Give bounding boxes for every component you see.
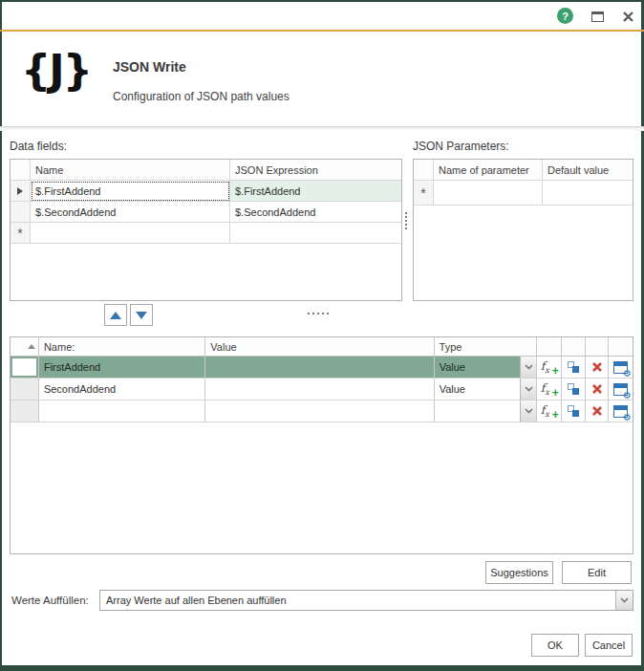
arrow-up-icon (110, 312, 121, 319)
parameter-default-cell[interactable] (543, 181, 633, 206)
json-write-dialog: ? {J} JSON Write Configuration of JSON p… (0, 0, 644, 671)
value-value-cell[interactable] (205, 379, 434, 400)
column-header-default[interactable]: Default value (543, 160, 633, 181)
window-settings-button[interactable]: ⚙ (609, 357, 633, 378)
formula-add-button[interactable]: fx+ (537, 357, 562, 378)
row-handle[interactable] (11, 400, 39, 422)
delete-button[interactable] (586, 400, 609, 422)
suggestions-button[interactable]: Suggestions (485, 561, 553, 584)
delete-icon (591, 361, 603, 373)
page-subtitle: Configuration of JSON path values (113, 90, 290, 103)
current-row-marker (11, 181, 31, 202)
row-arrow-icon (17, 187, 23, 195)
value-type-cell[interactable]: Value (435, 357, 521, 378)
formula-add-icon: fx+ (541, 403, 558, 419)
move-up-button[interactable] (104, 304, 127, 326)
delete-button[interactable] (586, 379, 609, 400)
copy-button[interactable] (562, 400, 586, 422)
page-title: JSON Write (113, 59, 186, 75)
chevron-down-icon (525, 364, 533, 370)
values-grid: Name: Value Type FirstAddend Value fx+ ⚙… (10, 336, 633, 554)
table-row-new: * (414, 181, 633, 206)
data-field-name-cell[interactable]: $.SecondAddend (31, 202, 230, 223)
column-header-type[interactable]: Type (435, 337, 538, 356)
close-button[interactable] (620, 9, 635, 24)
ok-button[interactable]: OK (531, 634, 579, 657)
close-icon (622, 11, 634, 23)
data-field-name-cell[interactable]: $.FirstAddend (31, 181, 230, 202)
type-dropdown-button[interactable] (520, 357, 537, 378)
value-value-cell[interactable] (205, 400, 434, 422)
json-parameters-table: Name of parameter Default value * (413, 159, 633, 301)
new-row-marker: * (414, 181, 434, 206)
data-fields-table: Name JSON Expression $.FirstAddend $.Fir… (10, 159, 402, 301)
table-row-new: * (11, 223, 401, 244)
type-dropdown-button[interactable] (520, 379, 537, 400)
value-name-cell[interactable] (39, 400, 205, 422)
copy-icon (568, 383, 579, 395)
value-type-cell[interactable] (435, 400, 521, 422)
data-field-expression-cell[interactable]: $.FirstAddend (230, 181, 401, 202)
maximize-button[interactable] (590, 10, 605, 23)
cancel-button[interactable]: Cancel (585, 634, 633, 657)
copy-icon (568, 361, 579, 373)
copy-icon (568, 405, 579, 417)
column-header-name[interactable]: Name: (39, 337, 205, 356)
row-marker-header (11, 160, 31, 181)
formula-add-icon: fx+ (541, 381, 558, 397)
value-name-cell[interactable]: SecondAddend (39, 379, 205, 400)
copy-button[interactable] (562, 357, 586, 378)
column-header-expression[interactable]: JSON Expression (230, 160, 401, 181)
row-marker (11, 202, 31, 223)
parameter-name-cell[interactable] (434, 181, 543, 206)
delete-icon (591, 383, 603, 395)
fill-values-dropdown-button[interactable] (615, 591, 633, 610)
fill-values-select[interactable]: Array Werte auf allen Ebenen auffüllen (99, 590, 633, 611)
chevron-down-icon (525, 408, 533, 414)
table-row: $.FirstAddend $.FirstAddend (11, 181, 401, 202)
column-header-parameter[interactable]: Name of parameter (434, 160, 543, 181)
row-handle[interactable] (11, 379, 39, 400)
window-settings-button[interactable]: ⚙ (609, 379, 633, 400)
row-marker-header (414, 160, 434, 181)
json-parameters-label: JSON Parameters: (413, 140, 509, 153)
delete-icon (591, 405, 603, 417)
copy-button[interactable] (562, 379, 586, 400)
data-fields-header-row: Name JSON Expression (11, 160, 401, 181)
column-header-value[interactable]: Value (205, 337, 434, 356)
data-field-expression-cell[interactable]: $.SecondAddend (230, 202, 401, 223)
column-header-name[interactable]: Name (31, 160, 230, 181)
column-header-delete (586, 337, 609, 356)
column-header-settings (609, 337, 633, 356)
sort-header-cell[interactable] (11, 337, 39, 356)
column-header-formula (537, 337, 562, 356)
json-braces-icon: {J} (21, 46, 91, 95)
value-value-cell[interactable] (205, 357, 434, 378)
header-shadow (0, 127, 644, 131)
sort-ascending-icon (28, 344, 35, 349)
help-icon: ? (557, 8, 573, 24)
formula-add-button[interactable]: fx+ (537, 379, 562, 400)
column-header-copy (562, 337, 586, 356)
delete-button[interactable] (586, 357, 609, 378)
window-border-bottom (0, 665, 644, 671)
help-button[interactable]: ? (557, 8, 573, 24)
data-field-expression-cell[interactable] (230, 223, 401, 244)
chevron-down-icon (525, 386, 533, 392)
json-parameters-header-row: Name of parameter Default value (414, 160, 633, 181)
arrow-down-icon (136, 312, 147, 319)
value-type-cell[interactable]: Value (435, 379, 521, 400)
row-handle[interactable] (11, 357, 39, 378)
data-field-name-cell[interactable] (31, 223, 230, 244)
edit-button[interactable]: Edit (562, 561, 632, 584)
window-settings-button[interactable]: ⚙ (609, 400, 633, 422)
horizontal-splitter-grip[interactable] (308, 313, 329, 314)
vertical-splitter-grip[interactable] (405, 212, 407, 229)
type-dropdown-button[interactable] (520, 400, 537, 422)
values-grid-row: SecondAddend Value fx+ ⚙ (11, 379, 633, 400)
formula-add-icon: fx+ (541, 359, 558, 375)
data-fields-label: Data fields: (10, 140, 67, 153)
formula-add-button[interactable]: fx+ (537, 400, 562, 422)
value-name-cell[interactable]: FirstAddend (39, 357, 205, 378)
move-down-button[interactable] (130, 304, 153, 326)
